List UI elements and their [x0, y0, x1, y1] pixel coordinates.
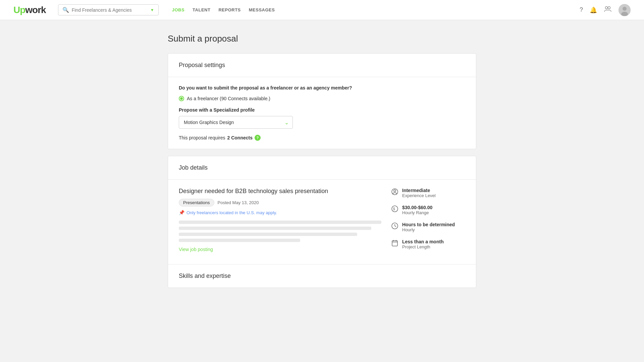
job-title: Designer needed for B2B technology sales…: [179, 188, 381, 195]
help-icon[interactable]: ?: [580, 6, 583, 13]
post-date: Posted May 13, 2020: [218, 200, 259, 205]
hourly-content: $30.00-$60.00 Hourly Range: [402, 205, 432, 215]
proposal-settings-card: Proposal settings Do you want to submit …: [168, 53, 476, 149]
proposal-settings-title: Proposal settings: [179, 62, 465, 69]
search-icon: 🔍: [62, 7, 69, 13]
connects-count: 2 Connects: [227, 135, 253, 140]
proposal-settings-body: Do you want to submit the proposal as a …: [168, 77, 476, 149]
svg-point-0: [605, 7, 608, 9]
hourly-range-label: $30.00-$60.00: [402, 205, 432, 210]
location-text: Only freelancers located in the U.S. may…: [186, 210, 277, 215]
hourly-range-item: $ $30.00-$60.00 Hourly Range: [391, 205, 465, 215]
nav-messages[interactable]: MESSAGES: [249, 7, 275, 12]
proposal-question: Do you want to submit the proposal as a …: [179, 85, 465, 90]
switch-account-icon[interactable]: [604, 5, 612, 15]
proposal-settings-header: Proposal settings: [168, 54, 476, 77]
nav-jobs[interactable]: JOBS: [172, 7, 184, 12]
project-length-icon: [391, 240, 399, 247]
notification-icon[interactable]: 🔔: [590, 6, 597, 14]
experience-level-item: Intermediate Experience Level: [391, 188, 465, 198]
view-job-link[interactable]: View job posting: [179, 247, 213, 252]
experience-level-sub: Experience Level: [402, 193, 436, 198]
skeleton-line-2: [179, 227, 371, 230]
svg-point-3: [623, 7, 627, 11]
logo-text: Upwork: [13, 5, 46, 15]
job-details-card: Job details Designer needed for B2B tech…: [168, 156, 476, 288]
logo[interactable]: Upwork: [13, 5, 46, 15]
hours-content: Hours to be determined Hourly: [402, 222, 455, 232]
skills-header: Skills and expertise: [168, 264, 476, 280]
search-dropdown-icon: ▼: [150, 8, 154, 12]
freelancer-radio[interactable]: [179, 96, 184, 101]
page-title: Submit a proposal: [168, 34, 476, 44]
freelancer-radio-option[interactable]: As a freelancer (90 Connects available.): [179, 96, 465, 101]
connects-prefix: This proposal requires: [179, 135, 225, 140]
search-input[interactable]: [72, 7, 148, 13]
experience-content: Intermediate Experience Level: [402, 188, 436, 198]
hourly-range-sub: Hourly Range: [402, 210, 432, 215]
hours-label: Hours to be determined: [402, 222, 455, 227]
freelancer-radio-label: As a freelancer (90 Connects available.): [187, 96, 270, 101]
svg-point-6: [394, 190, 396, 192]
job-details-header: Job details: [168, 156, 476, 180]
skeleton-line-3: [179, 233, 357, 236]
hourly-icon: $: [391, 205, 399, 213]
svg-text:$: $: [393, 207, 395, 211]
hours-icon: [391, 223, 399, 230]
main-content: Submit a proposal Proposal settings Do y…: [161, 20, 483, 315]
job-tag: Presentations: [179, 199, 214, 206]
specialize-label: Propose with a Specialized profile: [179, 107, 465, 113]
job-tags-row: Presentations Posted May 13, 2020: [179, 199, 381, 206]
project-length-label: Less than a month: [402, 239, 444, 244]
specialized-profile-select-wrapper: Motion Graphics Design General Profile ⌄: [179, 116, 293, 129]
search-bar[interactable]: 🔍 ▼: [58, 4, 159, 15]
project-length-sub: Project Length: [402, 244, 444, 249]
experience-level-label: Intermediate: [402, 188, 436, 193]
project-length-item: Less than a month Project Length: [391, 239, 465, 249]
svg-point-1: [608, 7, 610, 9]
connects-info-icon[interactable]: ?: [255, 135, 261, 141]
avatar[interactable]: [619, 4, 631, 16]
project-length-content: Less than a month Project Length: [402, 239, 444, 249]
skeleton-lines: [179, 221, 381, 242]
location-row: 📌 Only freelancers located in the U.S. m…: [179, 210, 381, 215]
hours-item: Hours to be determined Hourly: [391, 222, 465, 232]
job-card-inner: Designer needed for B2B technology sales…: [179, 188, 465, 256]
nav-reports[interactable]: REPORTS: [218, 7, 240, 12]
svg-line-11: [395, 226, 396, 227]
job-main: Designer needed for B2B technology sales…: [179, 188, 381, 256]
nav-links: JOBS TALENT REPORTS MESSAGES: [172, 7, 275, 12]
nav-right: ? 🔔: [580, 4, 631, 16]
connects-info: This proposal requires 2 Connects ?: [179, 135, 465, 141]
experience-icon: [391, 188, 399, 196]
location-icon: 📌: [179, 210, 184, 215]
job-sidebar: Intermediate Experience Level $: [391, 188, 465, 256]
job-details-title: Job details: [179, 164, 465, 171]
skeleton-line-1: [179, 221, 381, 224]
hours-sub: Hourly: [402, 227, 455, 232]
skeleton-line-4: [179, 239, 300, 242]
navbar: Upwork 🔍 ▼ JOBS TALENT REPORTS MESSAGES …: [0, 0, 644, 20]
nav-talent[interactable]: TALENT: [193, 7, 210, 12]
specialized-profile-select[interactable]: Motion Graphics Design General Profile: [179, 116, 293, 129]
job-card-inner-wrap: Designer needed for B2B technology sales…: [168, 180, 476, 264]
svg-rect-12: [392, 241, 397, 246]
